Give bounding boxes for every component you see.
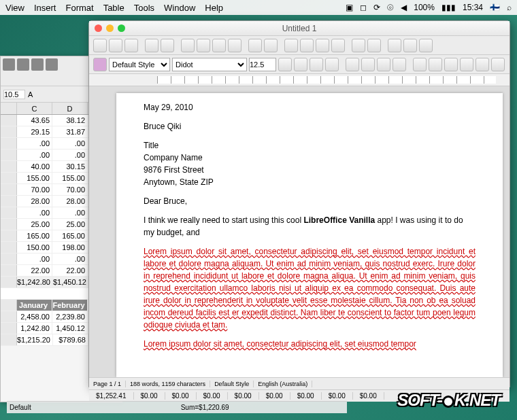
zoom-icon[interactable]	[118, 24, 125, 32]
status-lang[interactable]: English (Australia)	[254, 381, 312, 387]
numbering-icon[interactable]	[429, 58, 442, 71]
bold-icon[interactable]	[278, 58, 292, 71]
minimize-icon[interactable]	[106, 24, 114, 32]
italic-icon[interactable]	[294, 58, 307, 71]
table-icon[interactable]	[300, 39, 314, 52]
writer-titlebar: Untitled 1	[89, 21, 510, 36]
watermark: SOFT-K.NET	[397, 391, 500, 410]
cut-icon[interactable]	[181, 39, 195, 52]
paste-icon[interactable]	[212, 39, 226, 52]
open-icon[interactable]	[109, 39, 122, 52]
tray-icon[interactable]: ▣	[346, 3, 353, 12]
writer-toolbar-main	[89, 36, 510, 55]
menu-help[interactable]: Help	[205, 3, 223, 13]
bold-icon[interactable]: A	[28, 90, 33, 99]
doc-date: May 29, 2010	[144, 101, 476, 113]
navigator-icon[interactable]	[388, 39, 401, 52]
strike-icon[interactable]	[325, 58, 339, 71]
writer-window: Untitled 1 Default Style Didot	[88, 20, 510, 387]
toolbar-icon[interactable]	[31, 58, 44, 71]
menu-format[interactable]: Format	[65, 3, 93, 13]
sum-cell: $1,252.41	[89, 392, 134, 400]
toolbar-icon[interactable]	[17, 58, 29, 71]
system-menubar: View Insert Format Table Tools Window He…	[0, 0, 517, 15]
styles-icon[interactable]	[93, 58, 107, 71]
underline-icon[interactable]	[310, 58, 323, 71]
sum-cell: $0.00	[322, 392, 353, 400]
indent-dec-icon[interactable]	[444, 58, 458, 71]
status-style[interactable]: Default Style	[210, 381, 254, 387]
image-icon[interactable]	[316, 39, 329, 52]
flag-icon[interactable]: 🇫🇮	[490, 3, 500, 12]
menu-window[interactable]: Window	[164, 3, 195, 13]
writer-toolbar-format: Default Style Didot	[89, 55, 510, 74]
close-icon[interactable]	[95, 24, 102, 32]
sum-cell: $0.00	[259, 392, 290, 400]
redo-icon[interactable]	[264, 39, 278, 52]
hyperlink-icon[interactable]	[284, 39, 298, 52]
doc-sender: Bruce Qiki	[144, 120, 476, 133]
writer-statusbar: Page 1 / 1 188 words, 1159 characters De…	[89, 377, 510, 389]
doc-salutation: Dear Bruce,	[144, 195, 476, 207]
font-select[interactable]: Didot	[172, 58, 247, 71]
toolbar-icon[interactable]	[46, 58, 58, 71]
format-paint-icon[interactable]	[228, 39, 241, 52]
document-area[interactable]: May 29, 2010 Bruce Qiki Title Company Na…	[89, 86, 510, 377]
sum-cell: $0.00	[165, 392, 197, 400]
new-icon[interactable]	[93, 39, 107, 52]
menu-table[interactable]: Table	[103, 3, 124, 13]
clock[interactable]: 15:34	[463, 3, 483, 12]
doc-lorem: Lorem ipsum dolor sit amet, consectetur …	[144, 338, 476, 350]
doc-paragraph: I think we really need to start using th…	[144, 214, 476, 239]
menu-tools[interactable]: Tools	[134, 3, 154, 13]
battery-icon[interactable]: ▮▮▮	[441, 3, 456, 12]
calc-statusbar: Default Sum=$1,220.69	[7, 401, 347, 413]
display-icon[interactable]: ◻	[360, 3, 367, 12]
save-icon[interactable]	[124, 39, 138, 52]
highlight-icon[interactable]	[491, 58, 505, 71]
gallery-icon[interactable]	[403, 39, 417, 52]
sync-icon[interactable]: ⟳	[373, 3, 380, 12]
volume-icon[interactable]: ◀	[401, 3, 407, 12]
align-left-icon[interactable]	[346, 58, 359, 71]
help-icon[interactable]	[419, 39, 433, 52]
copy-icon[interactable]	[197, 39, 210, 52]
window-title: Untitled 1	[282, 24, 317, 33]
doc-address: Title Company Name 9876 First Street Any…	[144, 139, 476, 188]
justify-icon[interactable]	[393, 58, 406, 71]
style-select[interactable]: Default Style	[109, 58, 170, 71]
status-sum[interactable]: Sum=$1,220.69	[181, 404, 229, 411]
menu-insert[interactable]: Insert	[34, 3, 56, 13]
sum-cell: $0.00	[197, 392, 228, 400]
align-center-icon[interactable]	[361, 58, 375, 71]
sum-cell: $0.00	[290, 392, 322, 400]
preview-icon[interactable]	[161, 39, 174, 52]
page[interactable]: May 29, 2010 Bruce Qiki Title Company Na…	[116, 93, 503, 377]
toolbar-icon[interactable]	[3, 58, 15, 71]
chart-icon[interactable]	[331, 39, 345, 52]
fontsize-input[interactable]	[249, 58, 276, 71]
indent-inc-icon[interactable]	[460, 58, 473, 71]
sum-cell: $0.00	[134, 392, 165, 400]
status-default[interactable]: Default	[10, 404, 31, 411]
wifi-icon[interactable]: ⦾	[387, 3, 394, 12]
nonprint-icon[interactable]	[367, 39, 381, 52]
sum-cell: $0.00	[228, 392, 259, 400]
col-header[interactable]: D	[52, 103, 88, 114]
fontcolor-icon[interactable]	[476, 58, 489, 71]
search-icon[interactable]: ⌕	[507, 3, 512, 12]
col-header[interactable]: C	[17, 103, 52, 114]
horizontal-ruler[interactable]	[89, 74, 510, 86]
battery-label: 100%	[414, 3, 435, 12]
sum-cell: $0.00	[353, 392, 384, 400]
doc-lorem: Lorem ipsum dolor sit amet, consectetur …	[144, 245, 476, 331]
menu-view[interactable]: View	[5, 3, 24, 13]
spellcheck-icon[interactable]	[352, 39, 365, 52]
align-right-icon[interactable]	[377, 58, 390, 71]
font-size-input[interactable]	[3, 90, 25, 99]
status-page[interactable]: Page 1 / 1	[89, 381, 126, 387]
status-words[interactable]: 188 words, 1159 characters	[126, 381, 210, 387]
print-icon[interactable]	[145, 39, 159, 52]
undo-icon[interactable]	[248, 39, 262, 52]
bullets-icon[interactable]	[413, 58, 427, 71]
